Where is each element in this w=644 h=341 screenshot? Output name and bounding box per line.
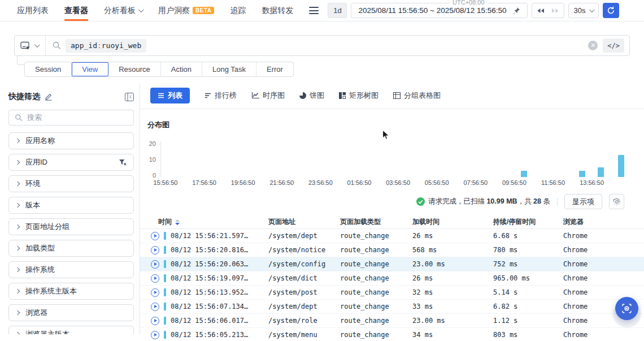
chevron-right-icon (15, 139, 20, 143)
distribution-chart[interactable]: 01020 (160, 140, 639, 177)
cell-time: 08/12 15:56:07.134… (171, 303, 268, 310)
chevron-right-icon (15, 246, 20, 251)
view-tab-1[interactable]: 排行榜 (204, 88, 237, 103)
chart-bar-2[interactable] (598, 167, 604, 177)
tab-view[interactable]: View (72, 62, 108, 76)
nav-item-1[interactable]: 查看器 (56, 0, 96, 21)
tab-session[interactable]: Session (25, 62, 72, 76)
clear-search-icon[interactable]: ✕ (588, 41, 598, 50)
table-row[interactable]: 08/12 15:56:20.063… /system/config route… (140, 257, 644, 271)
filter-item-4[interactable]: 页面地址分组 (8, 218, 134, 235)
collapse-sidebar-icon[interactable] (125, 93, 134, 101)
cell-load-type: route_change (340, 246, 412, 254)
session-replay-icon[interactable] (151, 303, 159, 311)
cell-url: /system/notice (268, 246, 340, 254)
settings-gear-icon[interactable] (609, 194, 624, 209)
sidebar-title: 快捷筛选 (8, 92, 40, 102)
filter-item-5[interactable]: 加载类型 (8, 240, 134, 257)
chevron-right-icon (15, 289, 20, 293)
cell-load-time: 26 ms (412, 232, 493, 240)
pin-icon[interactable] (512, 7, 520, 15)
nav-item-3[interactable]: 用户洞察BETA (150, 0, 222, 21)
row-color-bar (164, 303, 166, 310)
filter-item-7[interactable]: 操作系统主版本 (8, 283, 134, 300)
chart-bar-0[interactable] (521, 171, 527, 177)
row-color-bar (164, 288, 166, 296)
x-axis-tick: 17:56:50 (192, 179, 216, 186)
filter-item-label: 操作系统主版本 (25, 286, 77, 296)
search-query-chip[interactable]: app_id:ruoyi_web (66, 39, 146, 53)
filter-item-0[interactable]: 应用名称 (8, 132, 134, 149)
session-replay-icon[interactable] (151, 288, 159, 297)
session-replay-icon[interactable] (151, 274, 159, 283)
column-label: 页面加载类型 (340, 217, 381, 227)
session-replay-icon[interactable] (151, 331, 159, 339)
chart-bar-3[interactable] (618, 155, 624, 177)
column-header-0[interactable]: 时间 (158, 217, 268, 227)
refresh-interval-select[interactable]: 30s (568, 3, 599, 18)
x-axis-tick: 19:56:50 (231, 179, 255, 186)
nav-item-4[interactable]: 追踪 (222, 0, 254, 21)
sort-icon[interactable] (175, 219, 180, 225)
sidebar-search-input[interactable]: 搜索 (8, 110, 134, 126)
chevron-down-icon (589, 7, 595, 12)
show-columns-button[interactable]: 显示项 (564, 194, 602, 209)
view-tab-4[interactable]: 矩形树图 (339, 88, 378, 103)
refresh-interval-value: 30s (574, 6, 586, 15)
tab-error[interactable]: Error (256, 62, 293, 76)
view-tab-3[interactable]: 饼图 (299, 88, 324, 103)
session-replay-icon[interactable] (151, 317, 159, 325)
tab-action[interactable]: Action (161, 62, 202, 76)
table-row[interactable]: 08/12 15:56:19.097… /system/dict route_c… (140, 271, 644, 286)
cell-load-time: 23.00 ms (412, 317, 493, 325)
time-back-icon[interactable] (537, 8, 545, 14)
nav-item-label: 用户洞察 (158, 6, 190, 16)
view-tab-2[interactable]: 时序图 (251, 88, 285, 103)
code-mode-button[interactable]: </> (603, 38, 624, 53)
nav-item-2[interactable]: 分析看板 (96, 0, 150, 21)
nav-item-5[interactable]: 数据转发 (254, 0, 301, 21)
filter-item-9[interactable]: 浏览器主版本 (8, 326, 134, 334)
filter-item-8[interactable]: 浏览器 (8, 304, 134, 321)
time-forward-icon[interactable] (551, 8, 559, 14)
timeseries-icon (251, 92, 259, 99)
cell-url: /system/dict (268, 274, 340, 282)
view-tab-0[interactable]: 列表 (150, 88, 190, 103)
divider (557, 198, 558, 206)
filter-item-6[interactable]: 操作系统 (8, 261, 134, 278)
table-row[interactable]: 08/12 15:56:07.134… /system/dept route_c… (140, 300, 644, 314)
hamburger-menu-icon[interactable] (309, 7, 319, 14)
cell-load-type: route_change (340, 288, 412, 296)
refresh-button[interactable] (603, 3, 619, 18)
x-axis-tick: 23:56:50 (308, 179, 333, 186)
cell-url: /system/post (268, 288, 340, 296)
time-range-picker[interactable]: UTC+08:00 2025/08/11 15:56:50 ~ 2025/08/… (351, 3, 527, 18)
session-replay-icon[interactable] (151, 232, 159, 240)
session-replay-icon[interactable] (151, 260, 159, 269)
table-row[interactable]: 08/12 15:56:20.816… /system/notice route… (140, 243, 644, 257)
filter-item-label: 浏览器 (25, 308, 47, 318)
table-row[interactable]: 08/12 15:56:05.213… /system/menu route_c… (140, 328, 644, 341)
filter-item-1[interactable]: 应用ID (8, 154, 134, 171)
chart-bar-1[interactable] (579, 171, 585, 177)
main-panel: 列表排行榜时序图饼图矩形树图分组表格图 分布图 01020 15:56:5017… (140, 84, 644, 334)
saved-view-button[interactable] (15, 36, 45, 55)
tab-long-task[interactable]: Long Task (202, 62, 256, 76)
chevron-down-icon (34, 42, 40, 48)
filter-applied-icon[interactable] (119, 159, 127, 166)
table-row[interactable]: 08/12 15:56:21.597… /system/dept route_c… (140, 229, 644, 243)
cell-time: 08/12 15:56:13.952… (171, 288, 268, 296)
chevron-right-icon (15, 225, 20, 229)
nav-item-0[interactable]: 应用列表 (9, 0, 56, 21)
table-row[interactable]: 08/12 15:56:06.017… /system/role route_c… (140, 314, 644, 328)
session-replay-fab[interactable] (615, 297, 638, 320)
filter-item-2[interactable]: 环境 (8, 175, 134, 192)
tab-resource[interactable]: Resource (108, 62, 161, 76)
filter-item-3[interactable]: 版本 (8, 197, 134, 214)
session-replay-icon[interactable] (151, 246, 159, 254)
quick-range-button[interactable]: 1d (328, 3, 347, 18)
view-tab-5[interactable]: 分组表格图 (393, 88, 441, 103)
table-row[interactable]: 08/12 15:56:13.952… /system/post route_c… (140, 286, 644, 300)
divider (45, 36, 46, 55)
edit-filters-icon[interactable] (45, 93, 53, 101)
